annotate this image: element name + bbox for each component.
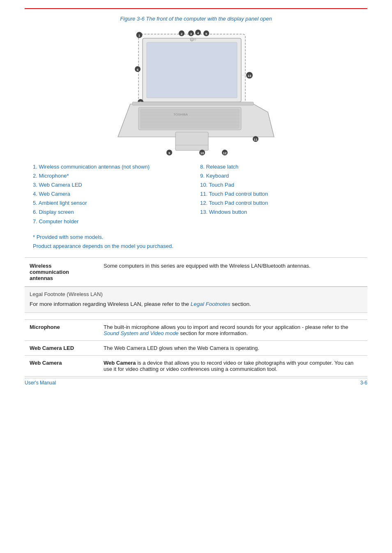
- svg-text:13: 13: [248, 74, 251, 78]
- label-item-12: 12. Touch Pad control button: [200, 199, 359, 208]
- components-table: Microphone The built-in microphone allow…: [25, 319, 367, 377]
- svg-text:5: 5: [205, 32, 208, 36]
- figure-caption: Figure 3-6 The front of the computer wit…: [25, 16, 367, 22]
- webcam-led-value: The Web Camera LED glows when the Web Ca…: [99, 341, 367, 356]
- top-border: [25, 8, 367, 9]
- label-item-10: 10. Touch Pad: [200, 180, 359, 190]
- page-footer: User's Manual 3-6: [25, 378, 367, 386]
- webcam-led-row: Web Camera LED The Web Camera LED glows …: [25, 341, 367, 356]
- webcam-label: Web Camera: [25, 356, 99, 377]
- footer-right: 3-6: [360, 380, 367, 386]
- legal-section: Legal Footnote (Wireless LAN) For more i…: [25, 287, 367, 313]
- label-item-6: 6. Display screen: [33, 208, 192, 217]
- legal-text-after: section.: [231, 301, 251, 307]
- label-item-8: 8. Release latch: [200, 162, 359, 171]
- svg-rect-2: [147, 42, 237, 98]
- svg-text:10: 10: [201, 151, 204, 155]
- svg-text:2: 2: [181, 32, 183, 36]
- wireless-label: Wirelesscommunicationantennas: [25, 257, 99, 286]
- svg-text:6: 6: [137, 68, 139, 72]
- label-item-13: 13. Windows button: [200, 208, 359, 217]
- svg-rect-29: [175, 132, 208, 150]
- label-item-4: 4. Web Camera: [33, 190, 192, 199]
- labels-left: 1. Wireless communication antennas (not …: [33, 162, 192, 226]
- legal-text: For more information regarding Wireless …: [30, 300, 362, 309]
- svg-text:3: 3: [190, 32, 192, 36]
- svg-text:12: 12: [223, 151, 227, 155]
- page-container: Figure 3-6 The front of the computer wit…: [0, 0, 392, 389]
- svg-text:1: 1: [138, 34, 141, 37]
- svg-text:11: 11: [254, 138, 258, 141]
- svg-point-4: [194, 39, 196, 40]
- labels-section: 1. Wireless communication antennas (not …: [25, 162, 367, 226]
- label-item-2: 2. Microphone*: [33, 171, 192, 180]
- label-item-5: 5. Ambient light sensor: [33, 199, 192, 208]
- webcam-value: Web Camera is a device that allows you t…: [99, 356, 367, 377]
- label-item-3: 3. Web Camera LED: [33, 180, 192, 190]
- legal-footnotes-link[interactable]: Legal Footnotes: [191, 301, 231, 307]
- legal-title: Legal Footnote (Wireless LAN): [30, 291, 362, 297]
- svg-text:4: 4: [197, 31, 199, 35]
- label-item-9: 9. Keyboard: [200, 171, 359, 180]
- svg-text:9: 9: [168, 151, 171, 155]
- wireless-value: Some computers in this series are equipp…: [99, 257, 367, 286]
- sound-system-link[interactable]: Sound System and Video mode: [104, 330, 179, 336]
- wireless-row: Wirelesscommunicationantennas Some compu…: [25, 257, 367, 286]
- svg-text:TOSHIBA: TOSHIBA: [173, 113, 188, 116]
- laptop-diagram: 1 2 3 4 5 6 7: [110, 26, 282, 157]
- note-section: * Provided with some models. Product app…: [25, 233, 367, 251]
- note-line-1: * Provided with some models.: [33, 233, 359, 242]
- label-item-1: 1. Wireless communication antennas (not …: [33, 162, 192, 171]
- microphone-row: Microphone The built-in microphone allow…: [25, 320, 367, 341]
- label-item-11: 11. Touch Pad control button: [200, 190, 359, 199]
- label-item-7: 7. Computer holder: [33, 217, 192, 226]
- svg-point-3: [190, 38, 194, 41]
- svg-rect-31: [132, 102, 254, 105]
- diagram-container: 1 2 3 4 5 6 7: [25, 26, 367, 157]
- info-table: Wirelesscommunicationantennas Some compu…: [25, 257, 367, 287]
- webcam-row: Web Camera Web Camera is a device that a…: [25, 356, 367, 377]
- footer-left: User's Manual: [25, 380, 56, 386]
- legal-text-before: For more information regarding Wireless …: [30, 301, 191, 307]
- microphone-value: The built-in microphone allows you to im…: [99, 320, 367, 341]
- webcam-led-label: Web Camera LED: [25, 341, 99, 356]
- note-line-2: Product appearance depends on the model …: [33, 242, 359, 251]
- labels-right: 8. Release latch 9. Keyboard 10. Touch P…: [200, 162, 359, 226]
- microphone-label: Microphone: [25, 320, 99, 341]
